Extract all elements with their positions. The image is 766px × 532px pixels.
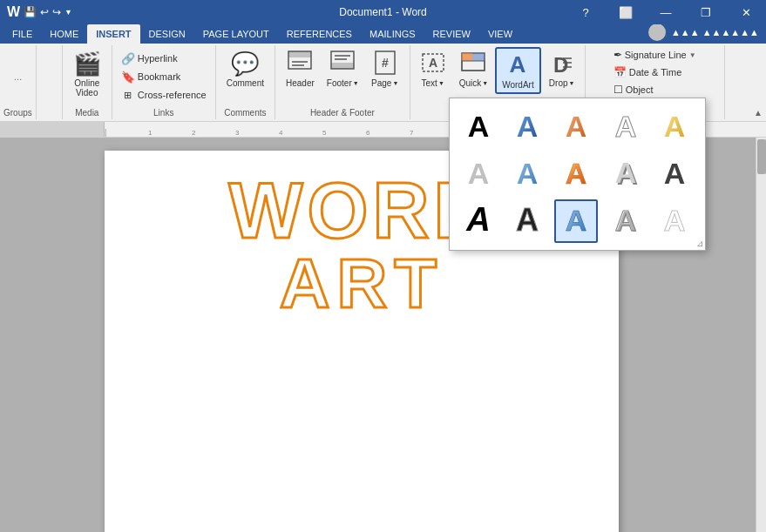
online-video-button[interactable]: 🎬 OnlineVideo <box>68 47 106 100</box>
group-pages-label: Groups <box>3 108 32 118</box>
signature-line-dropdown: ▼ <box>689 51 696 59</box>
signature-line-button[interactable]: ✒ Signature Line ▼ <box>610 47 700 63</box>
scrollbar-thumb[interactable] <box>757 139 766 174</box>
text-box-text: Text <box>422 78 437 88</box>
group-media-label: Media <box>75 108 98 118</box>
svg-text:A: A <box>468 110 490 143</box>
symbols-top-row: ✒ Signature Line ▼ <box>610 47 700 63</box>
drop-cap-button[interactable]: D Drop▼ <box>543 47 581 91</box>
bookmark-label: Bookmark <box>138 71 181 82</box>
hyperlink-label: Hyperlink <box>138 53 178 64</box>
page-number-button[interactable]: # Page▼ <box>366 47 404 91</box>
ribbon-display-button[interactable]: ⬜ <box>606 0 646 24</box>
text-box-button[interactable]: A Text▼ <box>414 47 452 91</box>
tab-design[interactable]: DESIGN <box>140 24 194 44</box>
quick-access-dropdown[interactable]: ▼ <box>64 8 72 17</box>
wordart-style-9[interactable]: A A <box>604 152 647 196</box>
wordart-style-4[interactable]: A <box>604 105 647 149</box>
title-text: Document1 - Word <box>339 6 426 18</box>
comments-content: 💬 Comment <box>221 47 269 106</box>
quick-parts-text: Quick <box>459 78 482 88</box>
title-bar: W 💾 ↩ ↪ ▼ Document1 - Word ? ⬜ — ❐ ✕ <box>0 0 766 24</box>
svg-text:D: D <box>553 53 568 77</box>
wordart-style-5[interactable]: A <box>653 105 696 149</box>
wordart-style-10[interactable]: A <box>653 152 696 196</box>
header-button[interactable]: Header <box>281 47 320 91</box>
signature-line-icon: ✒ <box>613 49 622 61</box>
title-bar-controls: ? ⬜ — ❐ ✕ <box>566 0 766 24</box>
tab-review[interactable]: REVIEW <box>424 24 479 44</box>
wordart-style-7[interactable]: A <box>505 152 549 196</box>
links-content: 🔗 Hyperlink 🔖 Bookmark ⊞ Cross-reference <box>118 47 210 106</box>
group-pages: … Groups <box>0 45 37 119</box>
object-button[interactable]: ☐ Object <box>610 82 657 98</box>
tab-file[interactable]: FILE <box>3 24 41 44</box>
ruler-label-5: 5 <box>322 129 326 137</box>
date-time-icon: 📅 <box>613 66 627 78</box>
wordart-style-6[interactable]: A <box>457 152 500 196</box>
bookmark-button[interactable]: 🔖 Bookmark <box>118 68 185 85</box>
quick-parts-button[interactable]: Quick▼ <box>454 47 494 91</box>
quick-access-save[interactable]: 💾 <box>24 6 37 18</box>
tab-view[interactable]: VIEW <box>479 24 521 44</box>
help-button[interactable]: ? <box>566 0 606 24</box>
quick-access-redo[interactable]: ↪ <box>52 6 61 18</box>
ruler-indent-area <box>0 122 105 138</box>
maximize-button[interactable]: ❐ <box>686 0 726 24</box>
date-time-button[interactable]: 📅 Date & Time <box>610 64 686 80</box>
wordart-style-14[interactable]: A A <box>604 199 647 243</box>
svg-text:A: A <box>566 204 587 237</box>
close-button[interactable]: ✕ <box>726 0 766 24</box>
cross-reference-icon: ⊞ <box>121 88 135 102</box>
svg-text:A: A <box>465 203 490 238</box>
wordart-style-11[interactable]: A <box>457 199 500 243</box>
tab-mailings[interactable]: MAILINGS <box>361 24 424 44</box>
wordart-style-13[interactable]: A <box>554 199 598 243</box>
footer-label: Footer▼ <box>327 78 359 88</box>
group-media: 🎬 OnlineVideo Media <box>63 45 112 119</box>
online-video-icon: 🎬 <box>73 50 101 77</box>
header-icon <box>286 50 314 77</box>
tab-page-layout[interactable]: PAGE LAYOUT <box>194 24 278 44</box>
svg-text:A: A <box>664 110 686 143</box>
wordart-style-3[interactable]: A <box>554 105 598 149</box>
panel-resize-handle[interactable]: ⊿ <box>696 239 703 248</box>
group-comments: 💬 Comment Comments <box>216 45 275 119</box>
hyperlink-button[interactable]: 🔗 Hyperlink <box>118 50 181 67</box>
wordart-style-2[interactable]: A <box>505 105 549 149</box>
comment-icon: 💬 <box>231 50 259 77</box>
wordart-style-15[interactable]: A <box>653 199 696 243</box>
wordart-style-1[interactable]: A <box>457 105 500 149</box>
svg-text:A: A <box>468 157 490 190</box>
ribbon-collapse-button[interactable]: ▲ <box>752 106 764 119</box>
group-links: 🔗 Hyperlink 🔖 Bookmark ⊞ Cross-reference… <box>112 45 216 119</box>
wordart-button[interactable]: A WordArt <box>495 47 541 94</box>
wordart-style-grid: A A A A A <box>457 105 698 243</box>
symbols-bot-row: ☐ Object <box>610 82 657 98</box>
object-icon: ☐ <box>613 84 623 96</box>
wordart-style-12[interactable]: A <box>505 199 549 243</box>
footer-button[interactable]: Footer▼ <box>322 47 364 91</box>
wordart-style-8[interactable]: A <box>554 152 598 196</box>
drop-cap-text: Drop <box>549 78 568 88</box>
symbols-mid-row: 📅 Date & Time <box>610 64 686 80</box>
cross-reference-button[interactable]: ⊞ Cross-reference <box>118 86 210 104</box>
ruler-label-1: 1 <box>148 129 152 137</box>
svg-text:A: A <box>516 203 539 238</box>
svg-rect-1 <box>288 51 311 57</box>
vertical-scrollbar[interactable] <box>756 138 766 532</box>
quick-access-undo[interactable]: ↩ <box>40 6 49 18</box>
svg-text:A: A <box>510 51 526 77</box>
drop-cap-icon: D <box>548 50 576 77</box>
date-time-label: Date & Time <box>629 67 682 77</box>
tab-insert[interactable]: INSERT <box>87 24 139 44</box>
minimize-button[interactable]: — <box>646 0 686 24</box>
tab-references[interactable]: REFERENCES <box>278 24 361 44</box>
group-tables <box>37 45 63 119</box>
hyperlink-icon: 🔗 <box>121 51 135 65</box>
svg-text:A: A <box>664 157 686 190</box>
tab-home[interactable]: HOME <box>41 24 87 44</box>
group-comments-label: Comments <box>224 108 266 118</box>
comment-button[interactable]: 💬 Comment <box>221 47 269 91</box>
page-number-dropdown: ▼ <box>392 80 398 86</box>
